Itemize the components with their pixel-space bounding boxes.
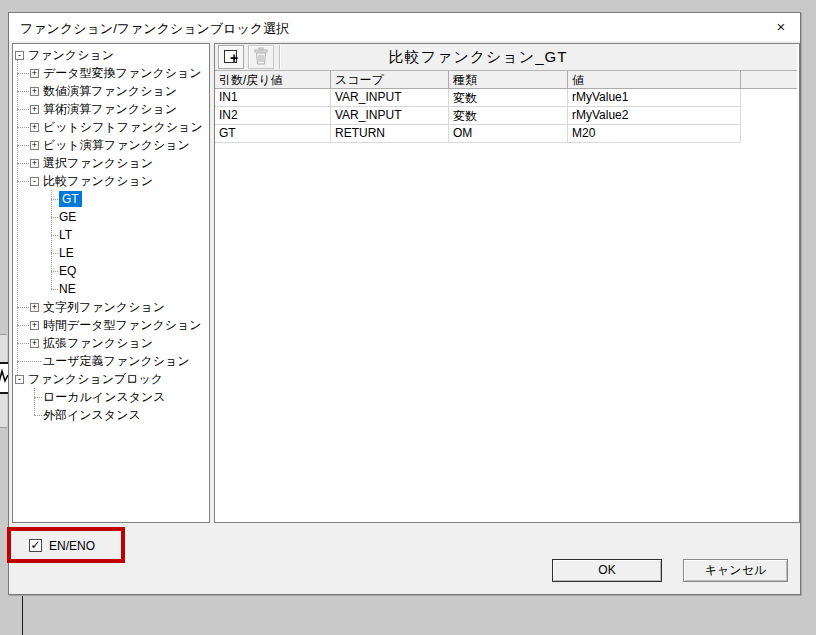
tree-item-ne[interactable]: NE xyxy=(13,280,209,298)
expand-icon[interactable]: + xyxy=(30,105,39,114)
cell-value[interactable]: M20 xyxy=(568,125,741,143)
tree-item-function[interactable]: -ファンクション xyxy=(13,46,209,64)
tree-item[interactable]: +ビットシフトファンクション xyxy=(13,118,209,136)
tree-item-ge[interactable]: GE xyxy=(13,208,209,226)
plus-icon: + xyxy=(230,51,238,65)
toolbar-separator xyxy=(279,45,281,69)
tree-item-gt[interactable]: GT xyxy=(13,190,209,208)
column-header: スコープ xyxy=(331,71,449,89)
cell-scope[interactable]: VAR_INPUT xyxy=(331,107,449,125)
expand-icon[interactable]: + xyxy=(30,303,39,312)
tree-item-function-block[interactable]: -ファンクションブロック xyxy=(13,370,209,388)
tree-item-eq[interactable]: EQ xyxy=(13,262,209,280)
cell-scope[interactable]: RETURN xyxy=(331,125,449,143)
tree-item[interactable]: ユーザ定義ファンクション xyxy=(13,352,209,370)
table-row: GT RETURN OM M20 xyxy=(215,125,741,143)
cell-argument[interactable]: IN2 xyxy=(215,107,331,125)
cancel-button[interactable]: キャンセル xyxy=(683,559,788,582)
expand-icon[interactable]: + xyxy=(30,159,39,168)
expand-icon[interactable]: + xyxy=(30,123,39,132)
cell-scope[interactable]: VAR_INPUT xyxy=(331,89,449,107)
expand-icon[interactable]: + xyxy=(30,321,39,330)
tree-item-comparison[interactable]: -比較ファンクション xyxy=(13,172,209,190)
function-select-dialog: ファンクション/ファンクションブロック選択 × -ファンクション +データ型変換… xyxy=(8,12,801,595)
tree-item[interactable]: +算術演算ファンクション xyxy=(13,100,209,118)
tree-item[interactable]: +拡張ファンクション xyxy=(13,334,209,352)
function-tree-panel: -ファンクション +データ型変換ファンクション +数値演算ファンクション +算術… xyxy=(12,43,210,523)
collapse-icon[interactable]: - xyxy=(15,375,24,384)
dialog-title: ファンクション/ファンクションブロック選択 xyxy=(20,20,289,38)
tree-item[interactable]: ローカルインスタンス xyxy=(13,388,209,406)
cell-argument[interactable]: GT xyxy=(215,125,331,143)
expand-icon[interactable]: + xyxy=(30,339,39,348)
tree-item[interactable]: +時間データ型ファンクション xyxy=(13,316,209,334)
tree-item[interactable]: +ビット演算ファンクション xyxy=(13,136,209,154)
column-header: 引数/戻り値 xyxy=(215,71,331,89)
cell-argument[interactable]: IN1 xyxy=(215,89,331,107)
trash-icon xyxy=(249,46,273,68)
collapse-icon[interactable]: - xyxy=(15,51,24,60)
tree-item[interactable]: +選択ファンクション xyxy=(13,154,209,172)
column-header: 値 xyxy=(568,71,741,89)
table-row: IN1 VAR_INPUT 変数 rMyValue1 xyxy=(215,89,741,107)
cell-kind[interactable]: OM xyxy=(449,125,568,143)
tree-item[interactable]: +数値演算ファンクション xyxy=(13,82,209,100)
cell-kind[interactable]: 変数 xyxy=(449,107,568,125)
expand-icon[interactable]: + xyxy=(30,141,39,150)
tree-item-lt[interactable]: LT xyxy=(13,226,209,244)
table-row: IN2 VAR_INPUT 変数 rMyValue2 xyxy=(215,107,741,125)
function-tree: -ファンクション +データ型変換ファンクション +数値演算ファンクション +算術… xyxy=(13,44,209,424)
background-ladder-rail-line xyxy=(22,594,23,635)
ok-button[interactable]: OK xyxy=(552,559,662,582)
argument-table-header: 引数/戻り値 スコープ 種類 値 xyxy=(215,71,797,89)
cell-value[interactable]: rMyValue2 xyxy=(568,107,741,125)
dialog-titlebar[interactable]: ファンクション/ファンクションブロック選択 × xyxy=(9,13,800,41)
delete-argument-button[interactable] xyxy=(248,45,274,69)
expand-icon[interactable]: + xyxy=(30,87,39,96)
column-header-empty xyxy=(741,71,797,89)
tree-item[interactable]: 外部インスタンス xyxy=(13,406,209,424)
selected-function-title: 比較ファンクション_GT xyxy=(215,44,741,70)
tree-item[interactable]: +文字列ファンクション xyxy=(13,298,209,316)
argument-toolbar: 比較ファンクション_GT + xyxy=(215,44,797,71)
add-argument-button[interactable]: + xyxy=(218,45,244,69)
tree-item-le[interactable]: LE xyxy=(13,244,209,262)
collapse-icon[interactable]: - xyxy=(30,177,39,186)
column-header: 種類 xyxy=(449,71,568,89)
cell-kind[interactable]: 変数 xyxy=(449,89,568,107)
tree-item[interactable]: +データ型変換ファンクション xyxy=(13,64,209,82)
cell-value[interactable]: rMyValue1 xyxy=(568,89,741,107)
close-icon[interactable]: × xyxy=(766,15,796,39)
argument-panel: 比較ファンクション_GT + 引数/戻り値 スコープ 種類 xyxy=(214,43,800,523)
selected-tree-label: GT xyxy=(59,191,82,207)
expand-icon[interactable]: + xyxy=(30,69,39,78)
annotation-box xyxy=(7,527,125,563)
